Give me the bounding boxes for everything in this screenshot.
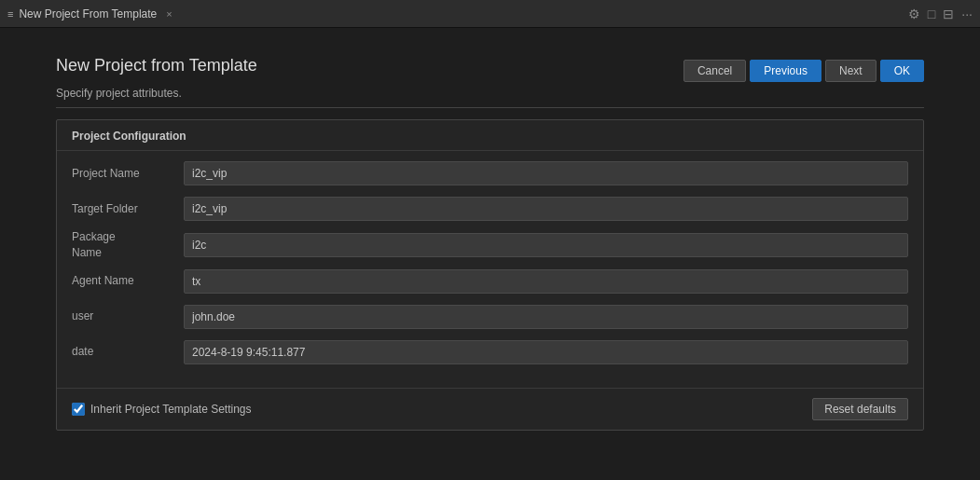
package-name-label: PackageName xyxy=(72,229,184,261)
dialog-title: New Project from Template xyxy=(56,56,257,75)
previous-button[interactable]: Previous xyxy=(750,60,821,82)
titlebar: ≡ New Project From Template × ⚙ □ ⊟ ··· xyxy=(0,0,980,28)
agent-name-label: Agent Name xyxy=(72,273,184,289)
agent-name-row: Agent Name xyxy=(72,267,908,296)
more-icon[interactable]: ··· xyxy=(961,7,973,21)
date-row: date xyxy=(72,337,908,367)
project-name-row: Project Name xyxy=(72,158,908,188)
dialog-subtitle: Specify project attributes. xyxy=(56,87,924,108)
agent-name-input[interactable] xyxy=(184,269,908,294)
cancel-button[interactable]: Cancel xyxy=(683,60,746,82)
form-body: Project Name Target Folder PackageName A… xyxy=(57,151,923,384)
next-button[interactable]: Next xyxy=(825,60,876,82)
user-label: user xyxy=(72,309,184,324)
package-name-input[interactable] xyxy=(184,233,908,257)
dialog-header: New Project from Template Cancel Previou… xyxy=(56,56,924,83)
reset-defaults-button[interactable]: Reset defaults xyxy=(812,398,908,420)
form-footer: Inherit Project Template Settings Reset … xyxy=(57,388,923,430)
close-tab-button[interactable]: × xyxy=(166,8,172,20)
inherit-template-checkbox[interactable] xyxy=(72,403,85,416)
main-content: New Project from Template Cancel Previou… xyxy=(0,28,980,459)
project-name-label: Project Name xyxy=(72,166,184,182)
inherit-template-text: Inherit Project Template Settings xyxy=(90,403,252,416)
layout-icon[interactable]: □ xyxy=(928,7,935,21)
package-name-row: PackageName xyxy=(72,229,908,261)
menu-icon: ≡ xyxy=(7,8,13,20)
target-folder-label: Target Folder xyxy=(72,201,184,217)
target-folder-row: Target Folder xyxy=(72,194,908,224)
project-configuration-panel: Project Configuration Project Name Targe… xyxy=(56,119,924,431)
date-label: date xyxy=(72,344,184,360)
ok-button[interactable]: OK xyxy=(880,60,924,82)
titlebar-left: ≡ New Project From Template × xyxy=(7,7,173,21)
user-row: user xyxy=(72,302,908,332)
dialog-buttons: Cancel Previous Next OK xyxy=(683,60,924,82)
settings-icon[interactable]: ⚙ xyxy=(908,7,920,21)
user-input[interactable] xyxy=(184,305,908,329)
titlebar-title: New Project From Template xyxy=(19,7,157,21)
target-folder-input[interactable] xyxy=(184,197,908,221)
date-input[interactable] xyxy=(184,340,908,364)
inherit-template-label[interactable]: Inherit Project Template Settings xyxy=(72,403,252,416)
panel-title: Project Configuration xyxy=(57,120,923,151)
split-icon[interactable]: ⊟ xyxy=(943,7,954,21)
titlebar-actions: ⚙ □ ⊟ ··· xyxy=(908,7,973,21)
project-name-input[interactable] xyxy=(184,161,908,185)
